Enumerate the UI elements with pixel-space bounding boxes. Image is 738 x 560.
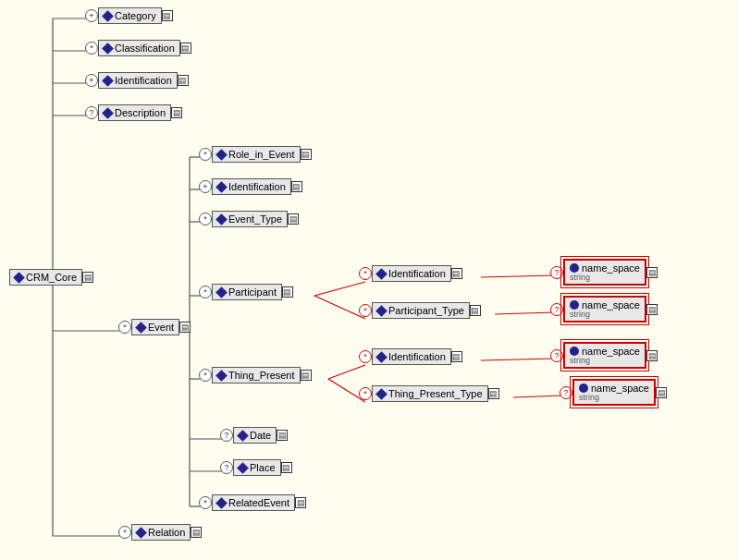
description-box: Description: [98, 104, 171, 121]
relation-box: Relation: [131, 524, 191, 541]
participant-id-box: Identification: [372, 265, 451, 282]
thing-present-type-box: Thing_Present_Type: [372, 385, 488, 402]
participant-id-connector[interactable]: *: [359, 267, 372, 280]
date-diamond-icon: [237, 430, 249, 442]
classification-node: * Classification ▤: [85, 40, 191, 56]
category-connector[interactable]: +: [85, 9, 98, 22]
role-in-event-expand[interactable]: ▤: [301, 149, 312, 160]
description-expand[interactable]: ▤: [171, 107, 182, 118]
participant-connector[interactable]: *: [199, 286, 212, 298]
related-event-connector[interactable]: *: [199, 496, 212, 509]
thing-id-connector[interactable]: *: [359, 350, 372, 363]
ns-thing-type-type: string: [579, 394, 649, 402]
identification-mid-connector[interactable]: +: [199, 180, 212, 193]
event-connector[interactable]: *: [118, 321, 131, 334]
event-type-label: Event_Type: [228, 213, 282, 225]
crm-core-expand[interactable]: ▤: [82, 272, 93, 283]
identification-mid-box: Identification: [212, 178, 291, 195]
ns-thing-id-connector[interactable]: ?: [550, 349, 563, 362]
participant-type-expand[interactable]: ▤: [470, 305, 481, 316]
thing-id-expand[interactable]: ▤: [451, 351, 462, 362]
identification-top-connector[interactable]: +: [85, 74, 98, 87]
thing-id-box: Identification: [372, 348, 451, 365]
event-type-node: * Event_Type ▤: [199, 211, 299, 227]
category-box: Category: [98, 7, 162, 24]
thing-present-connector[interactable]: *: [199, 369, 212, 382]
svg-line-25: [513, 396, 562, 397]
participant-diamond-icon: [215, 286, 228, 298]
date-node: ? Date ▤: [220, 427, 288, 444]
place-expand[interactable]: ▤: [281, 462, 292, 473]
place-node: ? Place ▤: [220, 459, 292, 476]
classification-connector[interactable]: *: [85, 42, 98, 55]
relation-diamond-icon: [135, 527, 147, 539]
event-diamond-icon: [135, 322, 147, 334]
ns-thing-type-expand[interactable]: ▤: [656, 387, 667, 398]
ns-thing-type-connector[interactable]: ?: [560, 386, 572, 399]
svg-line-20: [328, 365, 365, 379]
event-type-expand[interactable]: ▤: [288, 213, 299, 225]
thing-present-type-node: * Thing_Present_Type ▤: [359, 385, 499, 402]
thing-id-label: Identification: [388, 351, 446, 362]
identification-top-box: Identification: [98, 72, 178, 89]
participant-type-connector[interactable]: *: [359, 304, 372, 317]
participant-type-diamond-icon: [375, 305, 387, 317]
event-box: Event: [131, 319, 179, 335]
svg-line-22: [481, 275, 555, 277]
category-expand[interactable]: ▤: [162, 10, 173, 21]
ns-participant-id-dot-icon: [570, 263, 579, 273]
participant-type-node: * Participant_Type ▤: [359, 302, 481, 319]
relation-label: Relation: [148, 527, 185, 538]
relation-expand[interactable]: ▤: [191, 527, 202, 538]
ns-thing-id-box: name_space string: [563, 342, 646, 369]
identification-mid-expand[interactable]: ▤: [291, 181, 302, 192]
identification-mid-label: Identification: [228, 181, 286, 192]
related-event-label: RelatedEvent: [228, 497, 289, 508]
event-type-connector[interactable]: *: [199, 213, 212, 225]
related-event-diamond-icon: [215, 497, 228, 509]
thing-present-box: Thing_Present: [212, 367, 301, 383]
participant-id-label: Identification: [388, 268, 446, 279]
identification-top-diamond-icon: [102, 75, 114, 87]
role-in-event-connector[interactable]: *: [199, 148, 212, 161]
ns-participant-id-expand[interactable]: ▤: [646, 267, 658, 278]
ns-participant-type-connector[interactable]: ?: [550, 303, 563, 316]
ns-participant-type-expand[interactable]: ▤: [646, 304, 658, 315]
ns-participant-type-box: name_space string: [563, 296, 646, 323]
role-in-event-node: * Role_in_Event ▤: [199, 146, 312, 163]
thing-present-type-expand[interactable]: ▤: [488, 388, 499, 399]
identification-top-expand[interactable]: ▤: [178, 75, 189, 86]
place-connector[interactable]: ?: [220, 461, 233, 474]
ns-thing-id-type: string: [570, 357, 640, 365]
classification-expand[interactable]: ▤: [180, 43, 191, 54]
ns-participant-type-node: ? name_space string ▤: [550, 296, 658, 323]
thing-present-type-diamond-icon: [375, 388, 387, 400]
participant-expand[interactable]: ▤: [282, 286, 293, 298]
event-expand[interactable]: ▤: [179, 322, 191, 333]
thing-present-expand[interactable]: ▤: [301, 370, 312, 381]
thing-present-diamond-icon: [215, 370, 228, 382]
svg-line-18: [314, 282, 365, 296]
date-box: Date: [233, 427, 277, 444]
crm-core-box: CRM_Core: [9, 269, 82, 286]
description-connector[interactable]: ?: [85, 106, 98, 119]
ns-participant-id-type: string: [570, 274, 640, 282]
svg-line-23: [495, 312, 555, 314]
role-in-event-diamond-icon: [215, 149, 228, 161]
participant-id-expand[interactable]: ▤: [451, 268, 462, 279]
identification-mid-node: + Identification ▤: [199, 178, 302, 195]
relation-connector[interactable]: *: [118, 526, 131, 539]
related-event-expand[interactable]: ▤: [295, 497, 306, 508]
participant-id-diamond-icon: [375, 268, 387, 280]
ns-thing-id-expand[interactable]: ▤: [646, 350, 658, 361]
ns-participant-id-connector[interactable]: ?: [550, 266, 563, 279]
thing-present-type-connector[interactable]: *: [359, 387, 372, 400]
category-diamond-icon: [102, 10, 114, 22]
participant-id-node: * Identification ▤: [359, 265, 462, 282]
date-expand[interactable]: ▤: [277, 430, 288, 441]
crm-core-diamond-icon: [13, 272, 25, 284]
classification-box: Classification: [98, 40, 180, 56]
event-label: Event: [148, 322, 174, 333]
ns-thing-type-dot-icon: [579, 383, 588, 393]
date-connector[interactable]: ?: [220, 429, 233, 442]
